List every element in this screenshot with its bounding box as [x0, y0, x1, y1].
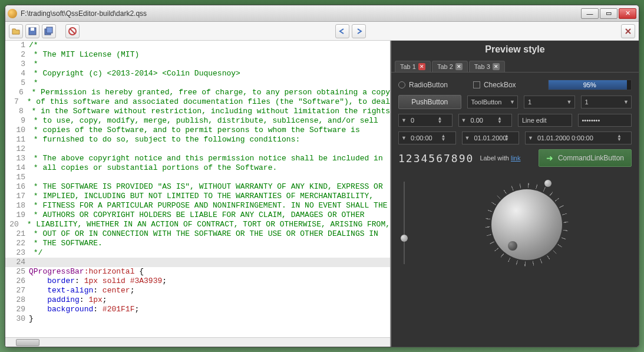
- chevron-down-icon: ▼: [567, 99, 572, 105]
- code-line[interactable]: 27 text-align: center;: [5, 286, 390, 295]
- svg-rect-3: [47, 27, 52, 33]
- tab-1[interactable]: Tab 1✕: [395, 61, 431, 72]
- code-line[interactable]: 6 * Permission is hereby granted, free o…: [5, 88, 390, 97]
- chevron-down-icon: ▼: [510, 99, 515, 105]
- slider-handle-icon[interactable]: [401, 235, 408, 242]
- code-line[interactable]: 13 * The above copyright notice and this…: [5, 154, 390, 163]
- code-line[interactable]: 11 * furnished to do so, subject to the …: [5, 135, 390, 144]
- spin-arrows-icon[interactable]: ▲▼: [441, 134, 446, 142]
- code-line[interactable]: 9 * to use, copy, modify, merge, publish…: [5, 116, 390, 126]
- combo-2[interactable]: 1▼: [581, 96, 632, 108]
- code-line[interactable]: 14 * all copies or substantial portions …: [5, 163, 390, 173]
- code-line[interactable]: 10 * copies of the Software, and to perm…: [5, 126, 390, 135]
- app-icon: [8, 9, 17, 18]
- preview-title: Preview style: [391, 41, 639, 58]
- code-line[interactable]: 22 * THE SOFTWARE.: [5, 239, 390, 248]
- window-title: F:\trading\soft\QssEditor-build\dark2.qs…: [21, 9, 580, 18]
- spinbox-double[interactable]: ▼0.00▲▼: [458, 114, 513, 127]
- open-button[interactable]: [9, 24, 23, 38]
- chevron-down-icon: ▼: [623, 99, 629, 105]
- code-line[interactable]: 15: [5, 173, 390, 182]
- code-line[interactable]: 8 * in the Software without restriction,…: [5, 107, 390, 116]
- tab-2[interactable]: Tab 2✕: [432, 61, 468, 72]
- chevron-down-icon: ▼: [401, 117, 407, 123]
- save-button[interactable]: [25, 24, 39, 38]
- maximize-button[interactable]: ▭: [600, 8, 617, 19]
- code-line[interactable]: 24: [5, 258, 390, 267]
- horizontal-scrollbar[interactable]: [5, 337, 390, 347]
- checkbox[interactable]: CheckBox: [473, 81, 542, 89]
- tab-close-icon[interactable]: ✕: [418, 63, 425, 70]
- code-line[interactable]: 4 * Copyright (c) <2013-2014> <Colin Duq…: [5, 69, 390, 78]
- code-line[interactable]: 30}: [5, 314, 390, 324]
- code-line[interactable]: 26 border: 1px solid #3A3939;: [5, 277, 390, 286]
- code-line[interactable]: 16 * THE SOFTWARE IS PROVIDED "AS IS", W…: [5, 182, 390, 192]
- link[interactable]: link: [511, 154, 521, 162]
- spin-arrows-icon[interactable]: ▲▼: [617, 134, 622, 142]
- chevron-down-icon: ▼: [401, 135, 407, 141]
- label-with-link: Label with link: [480, 154, 533, 162]
- tab-close-icon[interactable]: ✕: [493, 63, 500, 70]
- minimize-button[interactable]: —: [581, 8, 599, 19]
- password-edit[interactable]: ••••••••: [578, 114, 632, 127]
- spin-arrows-icon[interactable]: ▲▼: [438, 117, 442, 124]
- close-button[interactable]: ✕: [619, 8, 636, 19]
- code-line[interactable]: 29 background: #201F1F;: [5, 305, 390, 314]
- code-line[interactable]: 1/*: [5, 41, 390, 50]
- progress-bar: 95%: [548, 80, 632, 90]
- datetime-edit[interactable]: ▼01.01.2000 0:00:00▲▼: [525, 131, 632, 144]
- code-line[interactable]: 5 *: [5, 78, 390, 88]
- undo-button[interactable]: [335, 24, 349, 38]
- code-line[interactable]: 25QProgressBar:horizontal {: [5, 267, 390, 277]
- combo-1[interactable]: 1▼: [524, 96, 575, 108]
- tab-3[interactable]: Tab 3✕: [469, 61, 505, 72]
- tool-button[interactable]: ToolButton▼: [467, 96, 518, 108]
- code-line[interactable]: 21 * OUT OF OR IN CONNECTION WITH THE SO…: [5, 229, 390, 239]
- radio-indicator-icon: [398, 81, 405, 88]
- tab-bar: Tab 1✕ Tab 2✕ Tab 3✕: [391, 58, 639, 73]
- code-line[interactable]: 28 padding: 1px;: [5, 295, 390, 305]
- chevron-down-icon: ▼: [461, 117, 467, 123]
- code-line[interactable]: 23 */: [5, 248, 390, 258]
- command-link-button[interactable]: ➜CommandLinkButton: [539, 149, 632, 167]
- svg-line-5: [70, 29, 75, 34]
- spin-arrows-icon[interactable]: ▲▼: [504, 134, 509, 142]
- redo-button[interactable]: [352, 24, 366, 38]
- time-edit[interactable]: ▼0:00:00▲▼: [398, 131, 456, 144]
- code-editor[interactable]: 1/*2 * The MIT License (MIT)3 *4 * Copyr…: [5, 41, 390, 337]
- code-line[interactable]: 3 *: [5, 60, 390, 69]
- dial[interactable]: [491, 189, 562, 260]
- checkbox-indicator-icon: [473, 81, 480, 88]
- titlebar[interactable]: F:\trading\soft\QssEditor-build\dark2.qs…: [5, 5, 639, 22]
- push-button[interactable]: PushButton: [398, 95, 461, 109]
- svg-rect-1: [31, 28, 34, 31]
- arrow-right-icon: ➜: [546, 153, 553, 163]
- code-line[interactable]: 17 * IMPLIED, INCLUDING BUT NOT LIMITED …: [5, 192, 390, 201]
- code-line[interactable]: 20 * LIABILITY, WHETHER IN AN ACTION OF …: [5, 220, 390, 229]
- spin-arrows-icon[interactable]: ▲▼: [497, 117, 502, 124]
- code-line[interactable]: 19 * AUTHORS OR COPYRIGHT HOLDERS BE LIA…: [5, 210, 390, 220]
- radio-button[interactable]: RadioButton: [398, 81, 467, 89]
- main-window: F:\trading\soft\QssEditor-build\dark2.qs…: [5, 5, 639, 347]
- code-line[interactable]: 12: [5, 144, 390, 154]
- toolbar: [5, 22, 639, 41]
- editor-pane: 1/*2 * The MIT License (MIT)3 *4 * Copyr…: [5, 41, 391, 347]
- date-edit[interactable]: ▼01.01.2000▲▼: [462, 131, 520, 144]
- stop-button[interactable]: [65, 24, 80, 38]
- code-line[interactable]: 18 * FITNESS FOR A PARTICULAR PURPOSE AN…: [5, 201, 390, 210]
- saveall-button[interactable]: [42, 24, 56, 38]
- code-line[interactable]: 7 * of this software and associated docu…: [5, 97, 390, 107]
- spinbox-int[interactable]: ▼0▲▼: [398, 114, 453, 127]
- lcd-display: 1234567890: [398, 152, 474, 165]
- chevron-down-icon: ▼: [528, 135, 533, 141]
- close-editor-button[interactable]: [621, 24, 635, 38]
- preview-pane: Preview style Tab 1✕ Tab 2✕ Tab 3✕ Radio…: [391, 41, 639, 347]
- line-edit[interactable]: Line edit: [518, 114, 572, 127]
- vertical-slider[interactable]: [398, 182, 410, 264]
- code-line[interactable]: 2 * The MIT License (MIT): [5, 50, 390, 60]
- tab-close-icon[interactable]: ✕: [455, 63, 463, 70]
- chevron-down-icon: ▼: [465, 135, 470, 141]
